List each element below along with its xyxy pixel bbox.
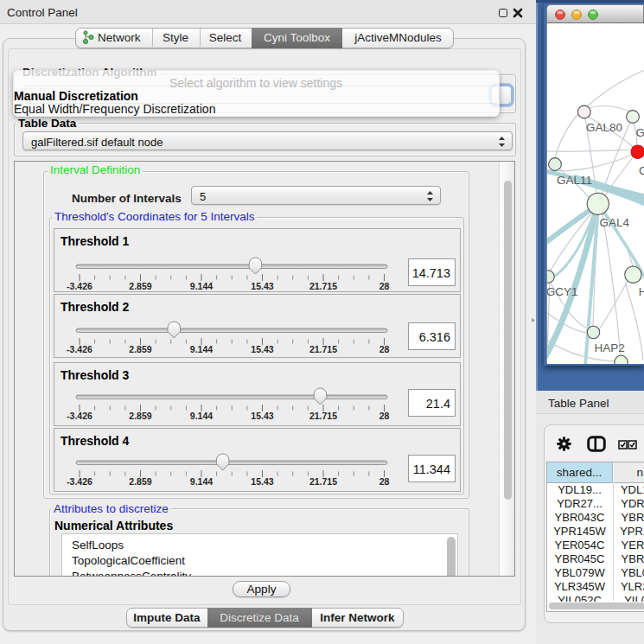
svg-text:GAL11: GAL11 bbox=[557, 174, 592, 187]
svg-text:H: H bbox=[638, 285, 644, 298]
svg-text:GCY1: GCY1 bbox=[547, 285, 578, 298]
svg-text:GAL4: GAL4 bbox=[599, 216, 629, 229]
svg-text:GA: GA bbox=[635, 126, 644, 139]
svg-text:C: C bbox=[639, 164, 644, 177]
svg-text:GAL80: GAL80 bbox=[586, 121, 622, 134]
svg-text:HAP2: HAP2 bbox=[594, 341, 624, 354]
